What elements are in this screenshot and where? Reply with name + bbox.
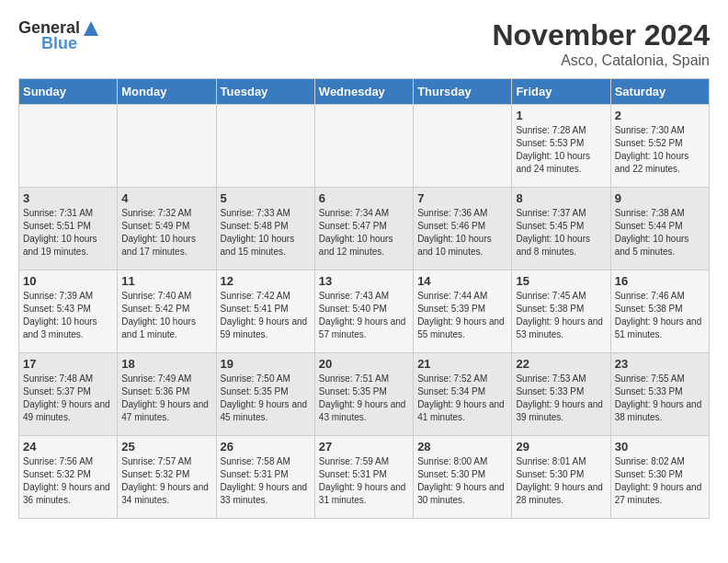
title-area: November 2024 Asco, Catalonia, Spain — [492, 18, 710, 69]
day-info: Sunrise: 7:42 AMSunset: 5:41 PMDaylight:… — [221, 290, 311, 341]
day-info: Sunrise: 7:48 AMSunset: 5:37 PMDaylight:… — [23, 373, 113, 424]
day-number: 1 — [516, 109, 606, 122]
day-cell-2-2: 12Sunrise: 7:42 AMSunset: 5:41 PMDayligh… — [216, 270, 314, 353]
week-row-2: 3Sunrise: 7:31 AMSunset: 5:51 PMDaylight… — [19, 188, 710, 270]
day-number: 5 — [221, 191, 311, 205]
day-cell-4-5: 29Sunrise: 8:01 AMSunset: 5:30 PMDayligh… — [512, 436, 610, 519]
header-thursday: Thursday — [414, 79, 512, 105]
day-cell-2-0: 10Sunrise: 7:39 AMSunset: 5:43 PMDayligh… — [19, 270, 118, 353]
day-number: 24 — [23, 440, 113, 454]
day-cell-3-6: 23Sunrise: 7:55 AMSunset: 5:33 PMDayligh… — [610, 353, 709, 436]
day-cell-3-5: 22Sunrise: 7:53 AMSunset: 5:33 PMDayligh… — [512, 353, 610, 436]
day-cell-1-6: 9Sunrise: 7:38 AMSunset: 5:44 PMDaylight… — [610, 188, 709, 270]
day-info: Sunrise: 7:52 AMSunset: 5:34 PMDaylight:… — [417, 373, 507, 424]
day-cell-0-3 — [314, 105, 413, 188]
day-info: Sunrise: 7:58 AMSunset: 5:31 PMDaylight:… — [221, 455, 311, 507]
week-row-1: 1Sunrise: 7:28 AMSunset: 5:53 PMDaylight… — [19, 105, 710, 188]
day-number: 16 — [615, 274, 705, 288]
day-number: 8 — [516, 191, 606, 205]
day-number: 23 — [615, 357, 705, 371]
day-cell-0-6: 2Sunrise: 7:30 AMSunset: 5:52 PMDaylight… — [610, 105, 709, 188]
day-info: Sunrise: 7:37 AMSunset: 5:45 PMDaylight:… — [516, 207, 606, 259]
day-cell-2-5: 15Sunrise: 7:45 AMSunset: 5:38 PMDayligh… — [512, 270, 610, 353]
day-cell-0-0 — [19, 105, 118, 188]
day-cell-2-1: 11Sunrise: 7:40 AMSunset: 5:42 PMDayligh… — [118, 270, 216, 353]
day-number: 7 — [417, 191, 507, 205]
week-row-3: 10Sunrise: 7:39 AMSunset: 5:43 PMDayligh… — [19, 270, 710, 353]
day-cell-0-2 — [216, 105, 314, 188]
day-info: Sunrise: 8:02 AMSunset: 5:30 PMDaylight:… — [615, 455, 705, 507]
day-number: 29 — [516, 440, 606, 454]
day-info: Sunrise: 7:50 AMSunset: 5:35 PMDaylight:… — [221, 373, 311, 424]
logo-icon — [82, 19, 100, 38]
day-number: 30 — [615, 440, 705, 454]
day-info: Sunrise: 7:45 AMSunset: 5:38 PMDaylight:… — [516, 290, 606, 341]
day-info: Sunrise: 7:28 AMSunset: 5:53 PMDaylight:… — [516, 124, 606, 176]
day-cell-0-1 — [118, 105, 216, 188]
day-cell-2-6: 16Sunrise: 7:46 AMSunset: 5:38 PMDayligh… — [610, 270, 709, 353]
day-number: 28 — [417, 440, 507, 454]
day-cell-0-4 — [414, 105, 512, 188]
day-number: 15 — [516, 274, 606, 288]
day-number: 12 — [221, 274, 311, 288]
day-number: 19 — [221, 357, 311, 371]
day-cell-4-1: 25Sunrise: 7:57 AMSunset: 5:32 PMDayligh… — [118, 436, 216, 519]
day-cell-0-5: 1Sunrise: 7:28 AMSunset: 5:53 PMDaylight… — [512, 105, 610, 188]
day-number: 22 — [516, 357, 606, 371]
day-info: Sunrise: 7:34 AMSunset: 5:47 PMDaylight:… — [319, 207, 409, 259]
day-cell-4-6: 30Sunrise: 8:02 AMSunset: 5:30 PMDayligh… — [610, 436, 709, 519]
day-info: Sunrise: 7:46 AMSunset: 5:38 PMDaylight:… — [615, 290, 705, 341]
header-tuesday: Tuesday — [216, 79, 314, 105]
day-info: Sunrise: 7:57 AMSunset: 5:32 PMDaylight:… — [121, 455, 211, 507]
calendar-table: Sunday Monday Tuesday Wednesday Thursday… — [18, 78, 710, 519]
week-row-4: 17Sunrise: 7:48 AMSunset: 5:37 PMDayligh… — [19, 353, 710, 436]
day-info: Sunrise: 7:49 AMSunset: 5:36 PMDaylight:… — [121, 373, 211, 424]
day-cell-3-4: 21Sunrise: 7:52 AMSunset: 5:34 PMDayligh… — [414, 353, 512, 436]
day-cell-1-2: 5Sunrise: 7:33 AMSunset: 5:48 PMDaylight… — [216, 188, 314, 270]
day-number: 6 — [319, 191, 409, 205]
day-cell-4-0: 24Sunrise: 7:56 AMSunset: 5:32 PMDayligh… — [19, 436, 118, 519]
day-cell-1-5: 8Sunrise: 7:37 AMSunset: 5:45 PMDaylight… — [512, 188, 610, 270]
day-number: 17 — [23, 357, 113, 371]
day-info: Sunrise: 8:00 AMSunset: 5:30 PMDaylight:… — [417, 455, 507, 507]
day-info: Sunrise: 7:33 AMSunset: 5:48 PMDaylight:… — [221, 207, 311, 259]
day-number: 11 — [121, 274, 211, 288]
calendar-header-row: Sunday Monday Tuesday Wednesday Thursday… — [19, 79, 710, 105]
day-info: Sunrise: 7:36 AMSunset: 5:46 PMDaylight:… — [417, 207, 507, 259]
day-cell-4-4: 28Sunrise: 8:00 AMSunset: 5:30 PMDayligh… — [414, 436, 512, 519]
day-info: Sunrise: 8:01 AMSunset: 5:30 PMDaylight:… — [516, 455, 606, 507]
day-cell-4-2: 26Sunrise: 7:58 AMSunset: 5:31 PMDayligh… — [216, 436, 314, 519]
day-info: Sunrise: 7:59 AMSunset: 5:31 PMDaylight:… — [319, 455, 409, 507]
day-number: 26 — [221, 440, 311, 454]
header-monday: Monday — [118, 79, 216, 105]
day-number: 3 — [23, 191, 113, 205]
day-number: 25 — [121, 440, 211, 454]
day-info: Sunrise: 7:53 AMSunset: 5:33 PMDaylight:… — [516, 373, 606, 424]
week-row-5: 24Sunrise: 7:56 AMSunset: 5:32 PMDayligh… — [19, 436, 710, 519]
location-title: Asco, Catalonia, Spain — [492, 52, 710, 69]
svg-marker-0 — [84, 21, 98, 36]
month-title: November 2024 — [492, 18, 710, 52]
day-cell-3-0: 17Sunrise: 7:48 AMSunset: 5:37 PMDayligh… — [19, 353, 118, 436]
day-info: Sunrise: 7:56 AMSunset: 5:32 PMDaylight:… — [23, 455, 113, 507]
day-number: 14 — [417, 274, 507, 288]
header-wednesday: Wednesday — [314, 79, 413, 105]
day-number: 10 — [23, 274, 113, 288]
day-info: Sunrise: 7:31 AMSunset: 5:51 PMDaylight:… — [23, 207, 113, 259]
header-friday: Friday — [512, 79, 610, 105]
day-number: 9 — [615, 191, 705, 205]
header-saturday: Saturday — [610, 79, 709, 105]
day-cell-3-2: 19Sunrise: 7:50 AMSunset: 5:35 PMDayligh… — [216, 353, 314, 436]
day-number: 21 — [417, 357, 507, 371]
day-cell-2-3: 13Sunrise: 7:43 AMSunset: 5:40 PMDayligh… — [314, 270, 413, 353]
day-number: 18 — [121, 357, 211, 371]
day-info: Sunrise: 7:55 AMSunset: 5:33 PMDaylight:… — [615, 373, 705, 424]
day-info: Sunrise: 7:44 AMSunset: 5:39 PMDaylight:… — [417, 290, 507, 341]
day-cell-1-3: 6Sunrise: 7:34 AMSunset: 5:47 PMDaylight… — [314, 188, 413, 270]
day-cell-1-1: 4Sunrise: 7:32 AMSunset: 5:49 PMDaylight… — [118, 188, 216, 270]
day-number: 20 — [319, 357, 409, 371]
day-cell-1-0: 3Sunrise: 7:31 AMSunset: 5:51 PMDaylight… — [19, 188, 118, 270]
day-number: 13 — [319, 274, 409, 288]
header-sunday: Sunday — [19, 79, 118, 105]
day-info: Sunrise: 7:40 AMSunset: 5:42 PMDaylight:… — [121, 290, 211, 341]
